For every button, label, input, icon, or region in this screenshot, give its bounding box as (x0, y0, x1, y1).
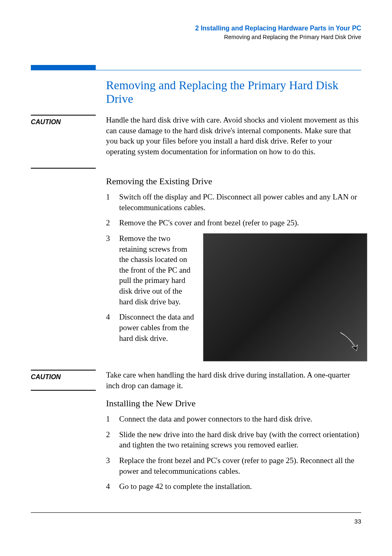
step-text: Replace the front bezel and PC's cover (… (119, 455, 361, 476)
section-heading-removing: Removing the Existing Drive (106, 176, 361, 187)
step-number: 3 (106, 455, 119, 476)
step-number: 2 (106, 218, 119, 228)
bottom-divider (31, 512, 361, 513)
caution-block-1: CAUTION Handle the hard disk drive with … (31, 115, 361, 169)
installing-step-4: 4 Go to page 42 to complete the installa… (106, 481, 361, 492)
step-number: 4 (106, 312, 119, 343)
step-text: Disconnect the data and power cables fro… (119, 312, 195, 343)
step-number: 1 (106, 192, 119, 213)
installing-step-1: 1 Connect the data and power connectors … (106, 414, 361, 424)
removing-step-4: 4 Disconnect the data and power cables f… (106, 312, 195, 343)
removing-step-1: 1 Switch off the display and PC. Disconn… (106, 192, 361, 213)
removing-step-3: 3 Remove the two retaining screws from t… (106, 233, 195, 307)
removal-arrow-icon (336, 328, 361, 353)
step-text: Connect the data and power connectors to… (119, 414, 361, 424)
top-divider (31, 70, 361, 70)
caution-text: Take care when handling the hard disk dr… (106, 370, 361, 391)
section-subtitle: Removing and Replacing the Primary Hard … (31, 34, 361, 40)
caution-label: CAUTION (31, 373, 106, 381)
caution-label: CAUTION (31, 118, 106, 126)
caution-block-2: CAUTION Take care when handling the hard… (31, 370, 361, 391)
section-heading-installing: Installing the New Drive (106, 398, 361, 409)
step-number: 1 (106, 414, 119, 424)
step-number: 4 (106, 481, 119, 492)
hard-drive-removal-image (203, 233, 367, 361)
chapter-title: 2 Installing and Replacing Hardware Part… (31, 25, 361, 32)
step-text: Slide the new drive into the hard disk d… (119, 429, 361, 450)
installing-step-3: 3 Replace the front bezel and PC's cover… (106, 455, 361, 476)
step-text: Switch off the display and PC. Disconnec… (119, 192, 361, 213)
caution-text: Handle the hard disk drive with care. Av… (106, 115, 361, 169)
step-text: Remove the PC's cover and front bezel (r… (119, 218, 361, 228)
step-number: 3 (106, 233, 119, 307)
page-number: 33 (31, 518, 361, 525)
removing-step-2: 2 Remove the PC's cover and front bezel … (106, 218, 361, 228)
installing-step-2: 2 Slide the new drive into the hard disk… (106, 429, 361, 450)
step-text: Remove the two retaining screws from the… (119, 233, 195, 307)
main-heading: Removing and Replacing the Primary Hard … (106, 79, 361, 106)
page-header: 2 Installing and Replacing Hardware Part… (31, 25, 361, 40)
step-number: 2 (106, 429, 119, 450)
step-text: Go to page 42 to complete the installati… (119, 481, 361, 492)
